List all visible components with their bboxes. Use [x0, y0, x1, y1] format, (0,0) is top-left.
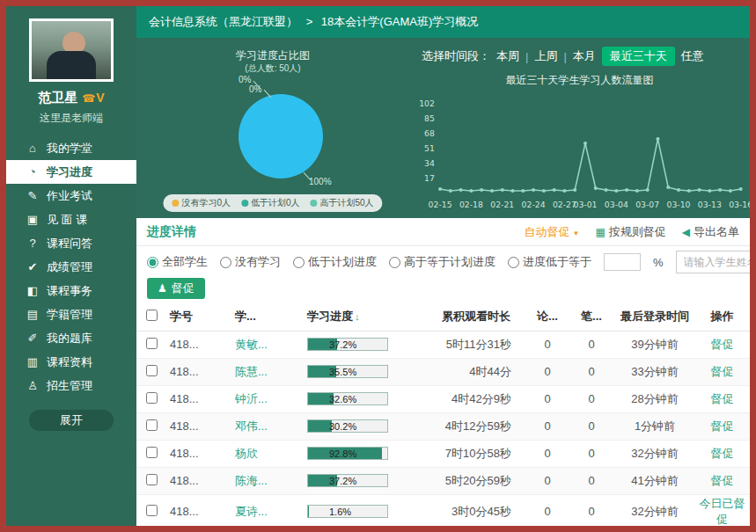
filter-label: 没有学习 — [235, 254, 281, 270]
table-header-row: 学号 学... 学习进度↓ 累积观看时长 论... 笔... 最后登录时间 操作 — [136, 302, 750, 331]
export-list-label: 导出名单 — [694, 224, 739, 240]
time-option-custom[interactable]: 任意 — [681, 48, 704, 64]
avatar[interactable] — [29, 18, 114, 82]
urge-link[interactable]: 督促 — [711, 365, 734, 378]
search-input[interactable] — [676, 251, 750, 273]
line-chart-title: 最近三十天学生学习人数流量图 — [409, 73, 750, 88]
legend-item-above-plan[interactable]: 高于计划50人 — [311, 197, 374, 209]
last-login: 1分钟前 — [615, 412, 694, 440]
sidebar-item-course-affairs[interactable]: ◧课程事务 — [6, 279, 136, 302]
row-checkbox[interactable] — [146, 474, 158, 485]
urge-link[interactable]: 督促 — [711, 392, 734, 405]
student-id: 418... — [166, 358, 231, 385]
svg-text:34: 34 — [424, 159, 435, 168]
sidebar-item-label: 学习进度 — [47, 160, 92, 184]
sidebar: 范卫星☎V 这里是老师端 ⌂我的学堂 ◔学习进度 ✎作业考试 ▣见 面 课 ?课… — [6, 6, 136, 526]
progress-label: 37.2% — [329, 339, 356, 352]
urge-link[interactable]: 今日已督促 — [700, 497, 745, 526]
filter-radio[interactable] — [147, 257, 158, 268]
student-name-link[interactable]: 夏诗... — [235, 505, 268, 518]
sidebar-item-grade-management[interactable]: ✔成绩管理 — [6, 255, 136, 279]
urge-link[interactable]: 督促 — [711, 419, 734, 433]
forum-count: 0 — [527, 412, 568, 440]
sidebar-item-learning-progress[interactable]: ◔学习进度 — [6, 160, 136, 184]
sidebar-item-course-qa[interactable]: ?课程问答 — [6, 231, 136, 255]
sidebar-item-student-roster[interactable]: ▤学籍管理 — [6, 302, 136, 326]
forum-count: 0 — [527, 467, 568, 494]
sidebar-item-question-bank[interactable]: ✐我的题库 — [6, 326, 136, 350]
row-checkbox[interactable] — [146, 447, 158, 458]
panel-icon: ◧ — [26, 279, 40, 302]
progress-detail-section: 进度详情 自动督促▼ ▦按规则督促 ◀导出名单 全部学生 没有学习 低于计划进度… — [136, 218, 750, 526]
filter-below-plan[interactable]: 低于计划进度 — [293, 254, 377, 270]
expand-button[interactable]: 展开 — [29, 410, 114, 431]
table-row: 418... 夏诗... 1.6% 3时0分45秒 0 0 32分钟前 今日已督… — [136, 494, 750, 526]
student-name-link[interactable]: 陈海... — [235, 474, 268, 487]
filter-radio[interactable] — [508, 257, 519, 268]
rule-urge-label: 按规则督促 — [609, 224, 666, 240]
urge-link[interactable]: 督促 — [711, 447, 734, 460]
svg-text:02-24: 02-24 — [522, 200, 546, 209]
sidebar-item-course-materials[interactable]: ▥课程资料 — [6, 350, 136, 374]
sidebar-item-admission-management[interactable]: ♙招生管理 — [6, 374, 136, 397]
filter-radio[interactable] — [389, 257, 400, 268]
time-option-last-week[interactable]: 上周 — [534, 48, 557, 64]
home-icon: ⌂ — [26, 136, 40, 160]
svg-text:85: 85 — [424, 114, 435, 123]
urge-link[interactable]: 督促 — [711, 474, 734, 487]
sidebar-item-homework-exam[interactable]: ✎作业考试 — [6, 184, 136, 208]
student-name-link[interactable]: 黄敏... — [235, 338, 268, 351]
pie-chart — [239, 94, 323, 179]
select-all-checkbox[interactable] — [146, 310, 158, 321]
filter-no-study[interactable]: 没有学习 — [220, 254, 281, 270]
progress-bar: 1.6% — [307, 505, 388, 518]
breadcrumb-system[interactable]: 会计信息系统（黑龙江联盟） — [149, 15, 297, 28]
watch-time: 4时12分59秒 — [425, 412, 527, 440]
auto-urge-dropdown[interactable]: 自动督促▼ — [525, 224, 580, 240]
svg-text:03-16: 03-16 — [729, 200, 750, 209]
filter-all-students[interactable]: 全部学生 — [147, 254, 208, 270]
student-name-link[interactable]: 邓伟... — [235, 419, 268, 433]
col-action: 操作 — [694, 302, 750, 331]
rule-urge-button[interactable]: ▦按规则督促 — [595, 224, 665, 240]
question-icon: ? — [26, 231, 40, 255]
sidebar-item-meeting-class[interactable]: ▣见 面 课 — [6, 208, 136, 231]
row-checkbox[interactable] — [146, 505, 158, 516]
student-name-link[interactable]: 钟沂... — [235, 392, 268, 405]
filter-radio[interactable] — [220, 257, 231, 268]
progress-label: 92.8% — [329, 448, 356, 461]
table-row: 418... 钟沂... 32.6% 4时42分9秒 0 0 28分钟前 督促 — [136, 385, 750, 412]
sidebar-item-my-school[interactable]: ⌂我的学堂 — [6, 136, 136, 160]
time-option-last-30-days[interactable]: 最近三十天 — [602, 47, 675, 66]
col-last-login: 最后登录时间 — [615, 302, 694, 331]
legend-item-no-study[interactable]: 没有学习0人 — [172, 197, 231, 209]
filter-at-or-above-plan[interactable]: 高于等于计划进度 — [389, 254, 495, 270]
time-option-this-week[interactable]: 本周 — [496, 48, 519, 64]
notes-count: 0 — [568, 494, 615, 526]
charts-panel: 学习进度占比图 (总人数: 50人) 0% 0% 100% 没有学习0人 低于计… — [136, 38, 750, 218]
row-checkbox[interactable] — [146, 365, 158, 376]
percent-threshold-input[interactable] — [604, 253, 641, 271]
filter-progress-below[interactable]: 进度低于等于 — [508, 254, 591, 270]
progress-bar: 32.6% — [307, 392, 388, 405]
progress-bar: 35.5% — [307, 365, 388, 378]
student-id: 418... — [166, 494, 231, 526]
student-name-link[interactable]: 陈慧... — [235, 365, 268, 378]
pie-label-zero-1: 0% — [239, 75, 251, 84]
row-checkbox[interactable] — [146, 338, 158, 349]
sidebar-item-label: 课程资料 — [47, 350, 92, 374]
time-option-this-month[interactable]: 本月 — [573, 48, 596, 64]
row-checkbox[interactable] — [146, 392, 158, 404]
export-list-button[interactable]: ◀导出名单 — [682, 224, 739, 240]
urge-link[interactable]: 督促 — [711, 338, 734, 351]
legend-item-below-plan[interactable]: 低于计划0人 — [241, 197, 300, 209]
progress-label: 35.5% — [329, 366, 356, 379]
progress-label: 30.2% — [329, 420, 356, 434]
urge-button[interactable]: ♟督促 — [147, 278, 205, 299]
col-progress[interactable]: 学习进度↓ — [304, 302, 425, 331]
filter-radio[interactable] — [293, 257, 305, 268]
student-id: 418... — [166, 331, 231, 358]
last-login: 39分钟前 — [615, 331, 694, 358]
row-checkbox[interactable] — [146, 419, 158, 431]
student-name-link[interactable]: 杨欣 — [235, 447, 258, 460]
